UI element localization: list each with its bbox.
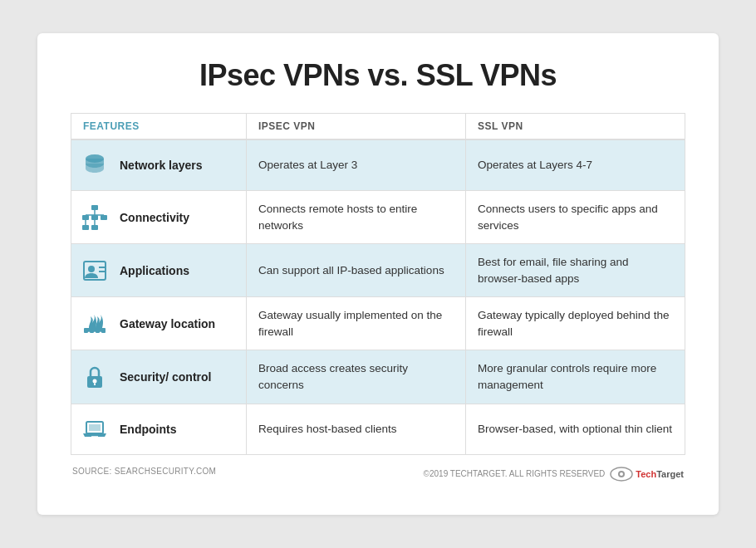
svg-point-19 bbox=[100, 331, 102, 334]
ssl-cell-gateway-location: Gateway typically deployed behind the fi… bbox=[465, 297, 685, 350]
ipsec-cell-network-layers: Operates at Layer 3 bbox=[246, 140, 465, 190]
svg-point-17 bbox=[88, 331, 91, 334]
svg-rect-3 bbox=[91, 215, 98, 220]
database-icon bbox=[80, 150, 110, 180]
ssl-cell-applications: Best for email, file sharing and browser… bbox=[465, 244, 685, 296]
footer-source: SOURCE: SEARCHSECURITY.COM bbox=[72, 467, 216, 482]
comparison-table: FEATURES IPsec VPN SSL VPN Network layer… bbox=[71, 113, 685, 455]
footer-brand: ©2019 TECHTARGET. ALL RIGHTS RESERVED Te… bbox=[424, 467, 684, 482]
header-ssl: SSL VPN bbox=[465, 114, 685, 139]
feature-cell-endpoints: Endpoints bbox=[71, 404, 246, 454]
brand-name: TechTarget bbox=[636, 469, 684, 479]
footer-copyright: ©2019 TECHTARGET. ALL RIGHTS RESERVED bbox=[424, 469, 606, 478]
ipsec-cell-applications: Can support all IP-based applications bbox=[246, 244, 465, 296]
svg-point-18 bbox=[94, 331, 96, 334]
ssl-cell-endpoints: Browser-based, with optional thin client bbox=[465, 404, 685, 454]
lock-icon bbox=[80, 362, 110, 392]
table-row: Network layers Operates at Layer 3 Opera… bbox=[71, 140, 685, 191]
feature-label-gateway-location: Gateway location bbox=[120, 317, 215, 330]
feature-cell-security-control: Security/ control bbox=[71, 350, 246, 403]
eye-icon bbox=[610, 467, 633, 482]
ipsec-cell-gateway-location: Gateway usually implemented on the firew… bbox=[246, 297, 465, 350]
ipsec-cell-endpoints: Requires host-based clients bbox=[246, 404, 465, 454]
svg-rect-8 bbox=[82, 225, 89, 230]
ssl-cell-network-layers: Operates at Layers 4-7 bbox=[465, 140, 685, 190]
feature-cell-connectivity: Connectivity bbox=[71, 191, 246, 243]
table-row: Applications Can support all IP-based ap… bbox=[71, 244, 685, 297]
hierarchy-icon bbox=[80, 203, 110, 232]
header-features: FEATURES bbox=[71, 114, 246, 139]
svg-rect-1 bbox=[91, 205, 98, 210]
table-header: FEATURES IPsec VPN SSL VPN bbox=[71, 114, 685, 140]
feature-label-security-control: Security/ control bbox=[120, 370, 211, 384]
svg-rect-9 bbox=[91, 225, 98, 230]
table-row: Gateway location Gateway usually impleme… bbox=[71, 297, 685, 350]
laptop-icon bbox=[80, 414, 110, 444]
svg-point-28 bbox=[620, 472, 623, 476]
ssl-cell-connectivity: Connects users to specific apps and serv… bbox=[465, 191, 685, 243]
person-card-icon bbox=[80, 256, 110, 286]
table-row: Connectivity Connects remote hosts to en… bbox=[71, 191, 685, 244]
header-ipsec: IPsec VPN bbox=[246, 114, 465, 139]
table-row: Endpoints Requires host-based clients Br… bbox=[71, 404, 685, 454]
ipsec-cell-security-control: Broad access creates security concerns bbox=[246, 350, 465, 403]
ipsec-cell-connectivity: Connects remote hosts to entire networks bbox=[246, 191, 465, 243]
footer: SOURCE: SEARCHSECURITY.COM ©2019 TECHTAR… bbox=[71, 467, 685, 482]
ssl-cell-security-control: More granular controls require more mana… bbox=[465, 350, 685, 403]
firewall-icon bbox=[80, 309, 110, 339]
svg-rect-4 bbox=[101, 215, 107, 220]
page-title: IPsec VPNs vs. SSL VPNs bbox=[71, 58, 685, 93]
feature-cell-network-layers: Network layers bbox=[71, 140, 246, 190]
feature-cell-applications: Applications bbox=[71, 244, 246, 296]
table-body: Network layers Operates at Layer 3 Opera… bbox=[71, 140, 685, 454]
svg-rect-2 bbox=[82, 215, 89, 220]
techtarget-logo: TechTarget bbox=[610, 467, 684, 482]
svg-point-21 bbox=[93, 379, 97, 383]
svg-rect-24 bbox=[89, 424, 101, 431]
feature-cell-gateway-location: Gateway location bbox=[71, 297, 246, 350]
main-card: IPsec VPNs vs. SSL VPNs FEATURES IPsec V… bbox=[37, 33, 719, 515]
svg-point-13 bbox=[88, 266, 95, 272]
feature-label-endpoints: Endpoints bbox=[120, 423, 176, 436]
feature-label-applications: Applications bbox=[120, 264, 189, 277]
feature-label-connectivity: Connectivity bbox=[120, 211, 189, 224]
table-row: Security/ control Broad access creates s… bbox=[71, 350, 685, 404]
feature-label-network-layers: Network layers bbox=[120, 159, 203, 172]
